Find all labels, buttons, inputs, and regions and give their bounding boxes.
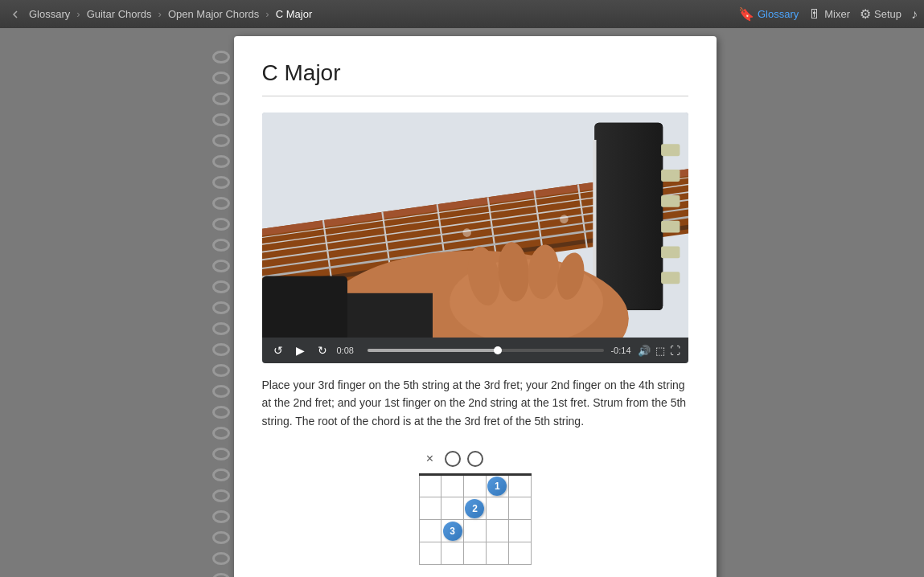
cell-r3c3 <box>464 520 487 542</box>
notebook: C Major <box>208 36 717 577</box>
spiral-ring <box>212 573 230 577</box>
fast-forward-button[interactable]: ↻ <box>314 342 331 358</box>
string-3-label <box>488 449 507 469</box>
gear-icon: ⚙ <box>860 6 871 22</box>
cell-r4c1 <box>419 542 441 565</box>
svg-rect-23 <box>661 195 680 207</box>
spiral-ring <box>212 343 230 356</box>
nav-item-c-major[interactable]: C Major <box>271 8 318 20</box>
music-button[interactable]: ♪ <box>911 7 918 22</box>
spiral-ring <box>212 51 230 63</box>
nav-back-button[interactable] <box>6 10 24 18</box>
time-current: 0:08 <box>337 346 361 355</box>
play-button[interactable]: ▶ <box>293 342 308 358</box>
cell-r2c1 <box>419 497 441 520</box>
svg-rect-24 <box>661 221 680 233</box>
nav-sep-1: › <box>75 8 81 20</box>
music-icon: ♪ <box>911 7 918 22</box>
nav-item-guitar-chords[interactable]: Guitar Chords <box>82 8 157 20</box>
video-container: ↺ ▶ ↻ 0:08 -0:14 🔊 ⬚ ⛶ <box>262 113 688 363</box>
string-6-label: × <box>421 449 440 469</box>
page-divider <box>262 96 688 96</box>
cell-r4c3 <box>464 542 487 565</box>
spiral-binding <box>208 36 234 577</box>
finger-2: 2 <box>465 499 484 518</box>
string-2-label <box>511 449 530 469</box>
svg-rect-25 <box>661 247 680 259</box>
spiral-ring <box>212 385 230 398</box>
svg-rect-35 <box>262 276 347 338</box>
chord-diagram: × <box>262 449 688 565</box>
spiral-ring <box>212 92 230 105</box>
cell-r2c4 <box>486 497 508 520</box>
breadcrumb: Glossary › Guitar Chords › Open Major Ch… <box>6 8 317 20</box>
spiral-ring <box>212 218 230 231</box>
pip-button[interactable]: ⬚ <box>655 345 665 357</box>
spiral-ring <box>212 552 230 565</box>
cell-r1c3 <box>464 475 487 497</box>
cell-r3c4 <box>486 520 508 542</box>
spiral-ring <box>212 197 230 210</box>
nav-item-glossary[interactable]: Glossary <box>24 8 75 20</box>
nav-sep-2: › <box>157 8 163 20</box>
chord-grid-table: 1 2 <box>419 473 532 565</box>
mixer-button[interactable]: 🎚 Mixer <box>808 7 850 22</box>
spiral-ring <box>212 280 230 293</box>
spiral-ring <box>212 113 230 126</box>
setup-button[interactable]: ⚙ Setup <box>860 6 901 22</box>
cell-r4c5 <box>508 542 531 565</box>
svg-rect-20 <box>594 123 663 310</box>
chord-row-2: 2 <box>419 497 531 520</box>
svg-rect-26 <box>661 272 680 284</box>
spiral-ring <box>212 155 230 168</box>
spiral-ring <box>212 489 230 502</box>
cell-r2c3: 2 <box>464 497 487 520</box>
spiral-ring <box>212 448 230 460</box>
cell-r1c5 <box>508 475 531 497</box>
rewind-button[interactable]: ↺ <box>270 342 286 358</box>
finger-3: 3 <box>443 522 462 541</box>
spiral-ring <box>212 239 230 252</box>
spiral-ring <box>212 322 230 335</box>
mixer-label: Mixer <box>824 8 850 20</box>
fullscreen-button[interactable]: ⛶ <box>670 345 680 357</box>
nav-right-controls: 🔖 Glossary 🎚 Mixer ⚙ Setup ♪ <box>738 6 918 22</box>
spiral-ring <box>212 72 230 84</box>
progress-thumb <box>494 346 502 354</box>
video-ctrl-icons: 🔊 ⬚ ⛶ <box>638 345 680 357</box>
cell-r2c5 <box>508 497 531 520</box>
svg-rect-22 <box>661 170 680 182</box>
spiral-ring <box>212 364 230 377</box>
chord-row-4 <box>419 542 531 565</box>
glossary-label: Glossary <box>758 8 799 20</box>
spiral-ring <box>212 531 230 544</box>
string-4-label <box>467 451 483 467</box>
chord-description: Place your 3rd finger on the 5th string … <box>262 376 688 430</box>
spiral-ring <box>212 301 230 314</box>
spiral-ring <box>212 510 230 523</box>
spiral-ring <box>212 134 230 147</box>
nav-bar: Glossary › Guitar Chords › Open Major Ch… <box>0 0 924 28</box>
cell-r1c4: 1 <box>486 475 508 497</box>
glossary-button[interactable]: 🔖 Glossary <box>738 6 799 22</box>
main-area: C Major <box>0 28 924 577</box>
progress-bar[interactable] <box>368 349 605 352</box>
page-title: C Major <box>262 60 688 86</box>
cell-r1c1 <box>419 475 441 497</box>
video-controls: ↺ ▶ ↻ 0:08 -0:14 🔊 ⬚ ⛶ <box>262 338 688 363</box>
cell-r3c1 <box>419 520 441 542</box>
page-content: C Major <box>234 36 717 577</box>
cell-r2c2 <box>441 497 464 520</box>
video-frame[interactable] <box>262 113 688 338</box>
string-5-label <box>445 451 461 467</box>
chord-row-3: 3 <box>419 520 531 542</box>
chord-diagram-inner: × <box>411 449 540 565</box>
spiral-ring <box>212 469 230 481</box>
setup-label: Setup <box>874 8 901 20</box>
mixer-icon: 🎚 <box>808 7 821 22</box>
nav-item-open-major[interactable]: Open Major Chords <box>163 8 264 20</box>
spiral-ring <box>212 260 230 272</box>
cell-r4c4 <box>486 542 508 565</box>
finger-1: 1 <box>487 477 507 496</box>
volume-button[interactable]: 🔊 <box>638 345 651 357</box>
